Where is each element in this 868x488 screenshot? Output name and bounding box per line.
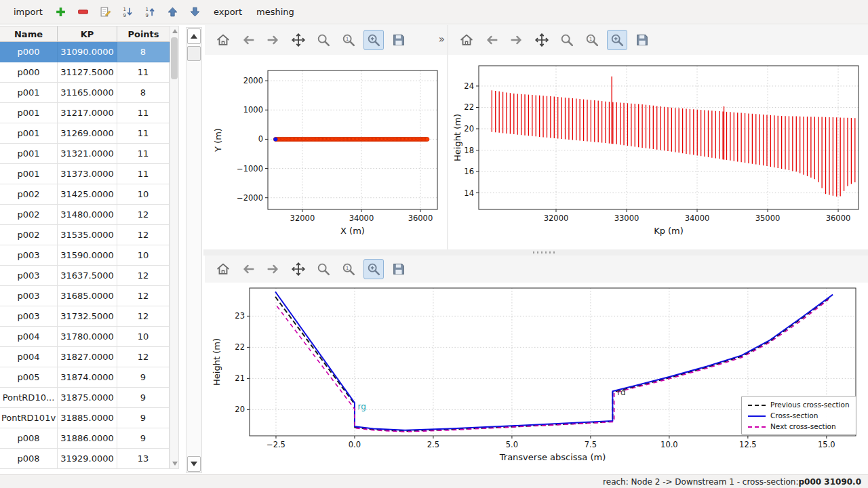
table-row[interactable]: p00331685.000012 (0, 286, 170, 306)
table-row[interactable]: p00031127.500011 (0, 62, 170, 83)
cell-name[interactable]: p001 (0, 83, 58, 103)
cell-name[interactable]: p003 (0, 266, 58, 286)
table-row[interactable]: p00831886.00009 (0, 428, 170, 449)
pan-button[interactable] (288, 259, 309, 279)
cell-kp[interactable]: 31780.0000 (58, 327, 117, 347)
vertical-splitter[interactable] (447, 25, 448, 249)
scrollbar-up-arrow-icon[interactable] (172, 29, 178, 33)
cell-name[interactable]: p008 (0, 449, 58, 469)
cell-kp[interactable]: 31535.0000 (58, 225, 117, 245)
table-row[interactable]: p00231425.000010 (0, 184, 170, 205)
table-row[interactable]: p00131165.00008 (0, 83, 170, 103)
cell-kp[interactable]: 31269.0000 (58, 123, 117, 144)
cell-kp[interactable]: 31165.0000 (58, 83, 117, 103)
cell-name[interactable]: p002 (0, 225, 58, 245)
cell-points[interactable]: 12 (117, 286, 170, 306)
cell-points[interactable]: 9 (117, 388, 170, 408)
cell-kp[interactable]: 31425.0000 (58, 184, 117, 205)
scroll-down-button[interactable] (187, 456, 201, 472)
table-row[interactable]: p00131269.000011 (0, 123, 170, 144)
cell-points[interactable]: 12 (117, 266, 170, 286)
table-scrollbar[interactable] (170, 26, 179, 469)
cell-points[interactable]: 12 (117, 225, 170, 245)
cell-name[interactable]: p002 (0, 205, 58, 225)
cell-points[interactable]: 11 (117, 62, 170, 83)
cell-kp[interactable]: 31929.0000 (58, 449, 117, 469)
scrollbar-down-arrow-icon[interactable] (172, 462, 178, 466)
cell-name[interactable]: p000 (0, 42, 58, 62)
toolbar-overflow-button[interactable]: » (439, 33, 445, 45)
cell-name[interactable]: p000 (0, 62, 58, 83)
cell-name[interactable]: p004 (0, 347, 58, 367)
cell-kp[interactable]: 31090.0000 (58, 42, 117, 62)
xsection-plot[interactable]: Previous cross-section Cross-section Nex… (205, 284, 868, 474)
panel-scrollbar[interactable] (186, 27, 202, 473)
table-row[interactable]: p00231480.000012 (0, 205, 170, 225)
back-button[interactable] (238, 259, 258, 279)
table-row[interactable]: PontRD10...31875.00009 (0, 388, 170, 408)
cell-kp[interactable]: 31827.0000 (58, 347, 117, 367)
table-row[interactable]: p00131321.000011 (0, 144, 170, 164)
move-down-button[interactable] (187, 4, 203, 20)
cell-points[interactable]: 10 (117, 327, 170, 347)
zoom-select-button[interactable] (363, 30, 384, 50)
cell-points[interactable]: 10 (117, 245, 170, 266)
forward-button[interactable] (263, 30, 283, 50)
cell-kp[interactable]: 31875.0000 (58, 388, 117, 408)
cell-kp[interactable]: 31217.0000 (58, 103, 117, 123)
zoom-select-button[interactable] (363, 259, 384, 279)
table-row[interactable]: PontRD101v31885.00009 (0, 408, 170, 428)
table-row[interactable]: p00031090.00008 (0, 42, 170, 62)
cell-points[interactable]: 13 (117, 449, 170, 469)
cell-points[interactable]: 11 (117, 103, 170, 123)
zoom-one-button[interactable]: 1 (582, 30, 602, 50)
remove-cross-section-button[interactable] (75, 4, 92, 20)
panel-scrollbar-thumb[interactable] (187, 46, 201, 61)
table-row[interactable]: p00831929.000013 (0, 449, 170, 469)
export-button[interactable]: export (210, 5, 246, 19)
cell-name[interactable]: p001 (0, 144, 58, 164)
cell-name[interactable]: PontRD101v (0, 408, 58, 428)
xy-plot[interactable]: 320003400036000200010000−1000−2000X (m)Y… (205, 56, 447, 249)
cell-name[interactable]: p008 (0, 428, 58, 449)
scroll-up-button[interactable] (187, 28, 201, 44)
import-button[interactable]: import (9, 5, 47, 19)
cell-name[interactable]: PontRD10... (0, 388, 58, 408)
cell-kp[interactable]: 31373.0000 (58, 164, 117, 184)
table-row[interactable]: p00231535.000012 (0, 225, 170, 245)
cell-name[interactable]: p002 (0, 184, 58, 205)
cell-points[interactable]: 10 (117, 184, 170, 205)
back-button[interactable] (481, 30, 502, 50)
column-header-name[interactable]: Name (0, 26, 58, 41)
table-row[interactable]: p00531874.00009 (0, 367, 170, 388)
table-row[interactable]: p00131373.000011 (0, 164, 170, 184)
zoom-button[interactable] (557, 30, 577, 50)
cell-name[interactable]: p005 (0, 367, 58, 388)
cell-points[interactable]: 9 (117, 428, 170, 449)
table-row[interactable]: p00331590.000010 (0, 245, 170, 266)
forward-button[interactable] (507, 30, 527, 50)
cell-kp[interactable]: 31637.5000 (58, 266, 117, 286)
zoom-one-button[interactable]: 1 (338, 30, 359, 50)
pan-button[interactable] (532, 30, 552, 50)
move-up-button[interactable] (165, 4, 181, 20)
home-button[interactable] (213, 259, 233, 279)
column-header-kp[interactable]: KP (58, 26, 117, 41)
edit-button[interactable] (98, 4, 114, 20)
zoom-button[interactable] (313, 30, 334, 50)
pan-button[interactable] (288, 30, 309, 50)
cell-kp[interactable]: 31480.0000 (58, 205, 117, 225)
cell-name[interactable]: p004 (0, 327, 58, 347)
cell-points[interactable]: 12 (117, 347, 170, 367)
table-row[interactable]: p00431780.000010 (0, 327, 170, 347)
cell-points[interactable]: 12 (117, 205, 170, 225)
cell-name[interactable]: p001 (0, 103, 58, 123)
profile-plot[interactable]: 3200033000340003500036000141618202224Kp … (448, 56, 868, 249)
table-row[interactable]: p00331732.500012 (0, 306, 170, 327)
cell-points[interactable]: 12 (117, 306, 170, 327)
zoom-select-button[interactable] (607, 30, 627, 50)
cell-name[interactable]: p001 (0, 164, 58, 184)
back-button[interactable] (238, 30, 258, 50)
zoom-button[interactable] (313, 259, 334, 279)
cell-points[interactable]: 8 (117, 83, 170, 103)
